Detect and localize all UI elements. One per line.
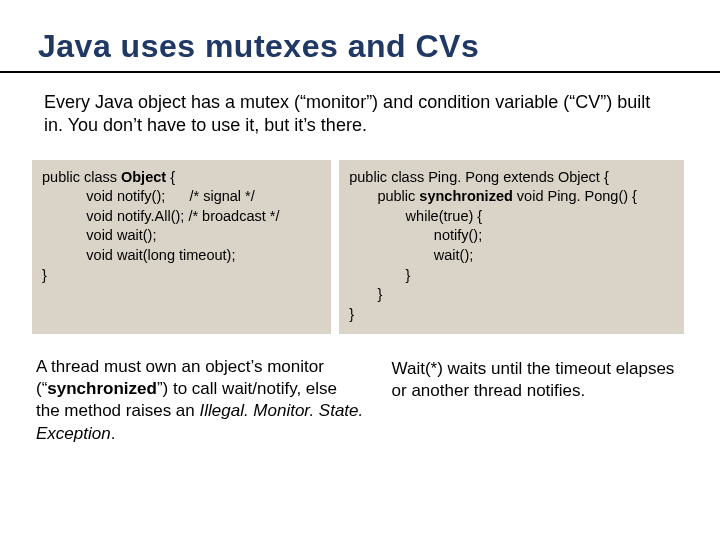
code-text: public class xyxy=(42,169,121,185)
code-text: } xyxy=(349,305,674,325)
code-text: while(true) { xyxy=(349,207,674,227)
code-text: void Ping. Pong() { xyxy=(513,188,637,204)
code-box-object: public class Object { void notify(); /* … xyxy=(32,160,331,335)
footer-left-text: A thread must own an object’s monitor (“… xyxy=(36,356,364,444)
code-text: } xyxy=(42,266,321,286)
footer-row: A thread must own an object’s monitor (“… xyxy=(0,356,720,444)
code-text: void wait(long timeout); xyxy=(42,246,321,266)
footer-right-text: Wait(*) waits until the timeout elapses … xyxy=(392,356,684,444)
code-text: } xyxy=(349,285,674,305)
footer-text-bold: synchronized xyxy=(47,379,157,398)
code-text: public class Ping. Pong extends Object { xyxy=(349,168,674,188)
code-text: void notify(); /* signal */ xyxy=(42,187,321,207)
code-text-bold: Object xyxy=(121,169,166,185)
footer-text: . xyxy=(111,424,116,443)
code-text: void notify.All(); /* broadcast */ xyxy=(42,207,321,227)
code-text: notify(); xyxy=(349,226,674,246)
code-box-pingpong: public class Ping. Pong extends Object {… xyxy=(339,160,684,335)
code-row: public class Object { void notify(); /* … xyxy=(0,160,720,335)
code-text: wait(); xyxy=(349,246,674,266)
code-text: } xyxy=(349,266,674,286)
code-text: void wait(); xyxy=(42,226,321,246)
slide-title: Java uses mutexes and CVs xyxy=(0,0,720,73)
code-text-bold: synchronized xyxy=(419,188,512,204)
intro-text: Every Java object has a mutex (“monitor”… xyxy=(0,91,720,138)
code-text: { xyxy=(166,169,175,185)
code-text: public xyxy=(349,188,419,204)
